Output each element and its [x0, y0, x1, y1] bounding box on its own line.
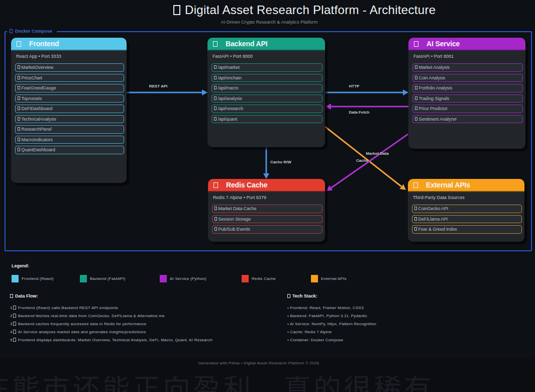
component-chip: QuantDashboard [15, 146, 124, 154]
endpoint-chip: /api/onchain [211, 74, 323, 82]
component-chip: TechnicalAnalysis [15, 115, 124, 124]
external-api-chip: CoinGecko API [412, 205, 522, 213]
step-number: 4 [10, 330, 13, 334]
legend-label: Frontend (React) [22, 276, 54, 281]
missing-emoji-icon [18, 148, 20, 151]
external-api-chip: DeFiLlama API [412, 215, 522, 224]
missing-emoji-icon [18, 107, 20, 110]
legend-label: AI Service (Python) [170, 276, 206, 281]
docker-compose-label: Docker Compose [7, 28, 57, 35]
component-label: MacroIndicators [22, 137, 53, 142]
data-flow-step: 3Backend caches frequently accessed data… [10, 322, 146, 326]
arrow-label-market-data: Market Data [366, 151, 388, 156]
step-text: Backend fetches real-time data from Coin… [18, 314, 165, 318]
external-subtitle: Third-Party Data Sources [413, 195, 465, 200]
missing-emoji-icon [415, 107, 417, 110]
step-number: 5 [10, 338, 13, 342]
tech-stack-heading-text: Tech Stack: [292, 293, 317, 299]
data-flow-heading: Data Flow: [10, 293, 38, 299]
backend-subtitle: FastAPI • Port 8000 [212, 54, 253, 59]
missing-emoji-icon [214, 96, 217, 100]
missing-emoji-icon [13, 338, 16, 342]
tech-stack-heading: Tech Stack: [287, 293, 317, 299]
arrow-label-rest-api: REST API [149, 84, 168, 88]
tech-stack-item: • AI Service: NumPy, httpx, Pattern Reco… [287, 322, 376, 326]
component-label: DeFiDashboard [22, 106, 53, 111]
footer-credit: Generated with Pillow • Digital Asset Re… [198, 361, 319, 365]
missing-emoji-icon [18, 117, 20, 121]
ai-module-chip: Trading Signals [412, 94, 523, 103]
missing-emoji-icon [415, 86, 417, 89]
missing-emoji-icon [13, 314, 16, 318]
ai-module-chip: Portfolio Analysis [412, 84, 523, 92]
external-api-label: Fear & Greed Index [418, 227, 457, 232]
backend-title: Backend API [226, 40, 267, 48]
endpoint-chip: /api/research [211, 105, 323, 113]
missing-emoji-icon [17, 41, 21, 47]
missing-emoji-icon [214, 65, 217, 69]
component-label: QuantDashboard [22, 147, 55, 152]
component-chip: TopAssets [15, 94, 124, 103]
ai-color-swatch [160, 275, 167, 282]
backend-header: Backend API [207, 38, 325, 51]
missing-emoji-icon [13, 306, 16, 310]
missing-emoji-icon [18, 65, 20, 69]
service-box-backend: Backend API FastAPI • Port 8000 /api/mar… [207, 38, 325, 147]
component-chip: ResearchPanel [15, 125, 124, 134]
missing-emoji-icon [415, 76, 417, 79]
step-text: Backend caches frequently accessed data … [18, 322, 147, 326]
missing-emoji-icon [414, 217, 417, 221]
component-list: Market Analysis Coin Analysis Portfolio … [412, 63, 523, 125]
external-color-swatch [311, 275, 318, 282]
component-list: MarketOverview PriceChart FearGreedGauge… [15, 63, 124, 156]
step-text: AI Service analyzes market data and gene… [18, 330, 146, 334]
legend-label: Backend (FastAPI) [90, 276, 126, 281]
component-list: Market Data Cache Session Storage Pub/Su… [212, 205, 323, 236]
component-label: MarketOverview [22, 65, 54, 70]
component-chip: FearGreedGauge [15, 84, 124, 92]
missing-emoji-icon [214, 86, 217, 89]
architecture-diagram: Digital Asset Research Platform - Archit… [0, 0, 535, 392]
service-box-external: External APIs Third-Party Data Sources C… [408, 179, 524, 242]
component-chip: MacroIndicators [15, 136, 124, 144]
step-number: 3 [10, 322, 13, 326]
missing-emoji-icon [214, 76, 217, 79]
component-chip: PriceChart [15, 74, 124, 82]
docker-compose-label-text: Docker Compose [15, 29, 52, 34]
ai-module-chip: Market Analysis [412, 63, 523, 72]
component-label: ResearchPanel [22, 127, 52, 132]
ai-subtitle: FastAPI • Port 8001 [413, 54, 454, 59]
arrow-label-cache-rw: Cache R/W [270, 160, 291, 164]
component-chip: DeFiDashboard [15, 105, 124, 113]
missing-emoji-icon [173, 5, 180, 15]
component-list: CoinGecko API DeFiLlama API Fear & Greed… [412, 205, 522, 236]
data-flow-heading-text: Data Flow: [15, 293, 38, 299]
data-flow-step: 1Frontend (React) calls Backend REST API… [10, 306, 118, 310]
missing-emoji-icon [18, 86, 20, 89]
missing-emoji-icon [18, 127, 20, 131]
ai-title: AI Service [426, 40, 460, 48]
ai-module-label: Trading Signals [419, 96, 450, 101]
ai-module-chip: Coin Analysis [412, 74, 523, 82]
ai-header: AI Service [408, 38, 525, 51]
ai-module-label: Sentiment Analyzer [419, 117, 457, 122]
missing-emoji-icon [413, 182, 418, 188]
legend-heading: Legend: [12, 263, 29, 268]
external-header: External APIs [408, 179, 524, 192]
missing-emoji-icon [215, 227, 217, 231]
missing-emoji-icon [18, 138, 20, 141]
data-flow-step: 5Frontend displays dashboards: Market Ov… [10, 338, 212, 342]
missing-emoji-icon [414, 207, 417, 210]
step-text: Frontend (React) calls Backend REST API … [18, 306, 118, 310]
external-api-label: DeFiLlama API [418, 217, 448, 222]
missing-emoji-icon [10, 29, 13, 33]
missing-emoji-icon [18, 76, 20, 79]
redis-color-swatch [242, 275, 249, 282]
missing-emoji-icon [415, 117, 417, 121]
redis-header: Redis Cache [208, 179, 325, 192]
video-caption-overlay [0, 376, 444, 392]
external-api-label: CoinGecko API [418, 206, 449, 211]
missing-emoji-icon [415, 65, 417, 69]
service-box-ai: AI Service FastAPI • Port 8001 Market An… [408, 38, 525, 149]
arrow-label-cache: Cache [356, 158, 368, 163]
